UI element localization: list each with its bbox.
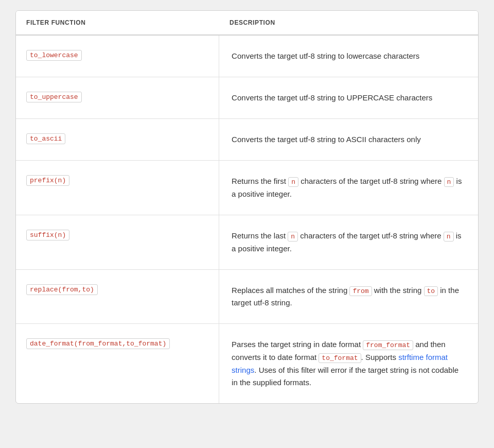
col-header-description: DESCRIPTION [219,11,478,35]
table-row: prefix(n) Returns the first n characters… [16,161,478,215]
function-cell: suffix(n) [16,215,219,269]
description-cell: Converts the target utf-8 string to UPPE… [219,77,478,118]
table-row: to_ascii Converts the target utf-8 strin… [16,119,478,161]
table-row: to_uppercase Converts the target utf-8 s… [16,77,478,119]
inline-code: n [444,232,454,242]
inline-code: to_format [319,353,361,363]
function-cell: to_ascii [16,119,219,160]
description-cell: Returns the last n characters of the tar… [219,215,478,269]
table-row: suffix(n) Returns the last n characters … [16,215,478,270]
inline-code: n [444,177,454,187]
description-cell: Parses the target string in date format … [219,324,478,403]
inline-code: n [288,177,298,187]
function-tag: suffix(n) [26,230,69,240]
table-row: to_lowercase Converts the target utf-8 s… [16,36,478,77]
function-cell: replace(from,to) [16,270,219,324]
function-tag: prefix(n) [26,175,69,186]
function-cell: date_format(from_format,to_format) [16,324,219,403]
function-tag: date_format(from_format,to_format) [26,338,170,349]
inline-code: from_format [363,340,413,350]
function-cell: to_lowercase [16,36,219,77]
function-tag: to_uppercase [26,92,82,102]
function-tag: to_lowercase [26,50,82,61]
function-tag: replace(from,to) [26,284,98,295]
table-header: FILTER FUNCTION DESCRIPTION [16,11,478,36]
col-header-function: FILTER FUNCTION [16,11,219,35]
function-cell: to_uppercase [16,77,219,118]
description-cell: Converts the target utf-8 string to ASCI… [219,119,478,160]
filter-functions-table: FILTER FUNCTION DESCRIPTION to_lowercase… [15,10,479,404]
function-cell: prefix(n) [16,161,219,215]
inline-code: n [288,232,298,242]
inline-code: to [424,286,438,296]
description-cell: Returns the first n characters of the ta… [219,161,478,215]
inline-code: from [349,286,372,296]
table-row: date_format(from_format,to_format) Parse… [16,324,478,403]
function-tag: to_ascii [26,133,65,144]
description-cell: Converts the target utf-8 string to lowe… [219,36,478,77]
description-cell: Replaces all matches of the string from … [219,270,478,324]
table-row: replace(from,to) Replaces all matches of… [16,270,478,324]
